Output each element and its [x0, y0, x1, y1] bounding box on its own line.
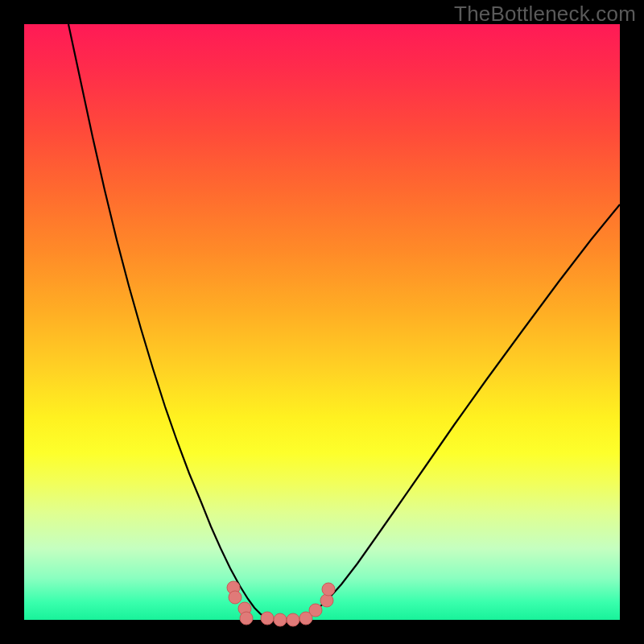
chart-svg: [24, 24, 620, 620]
left-curve-path: [68, 24, 267, 617]
data-marker: [287, 613, 299, 626]
marker-group: [227, 581, 335, 626]
watermark-text: TheBottleneck.com: [454, 2, 636, 27]
data-marker: [309, 604, 322, 617]
data-marker: [240, 612, 253, 625]
data-marker: [322, 583, 335, 596]
chart-plot-area: [24, 24, 620, 620]
right-curve-path: [304, 204, 620, 617]
data-marker: [229, 591, 242, 604]
data-marker: [320, 594, 333, 607]
data-marker: [274, 613, 287, 626]
data-marker: [261, 612, 274, 625]
